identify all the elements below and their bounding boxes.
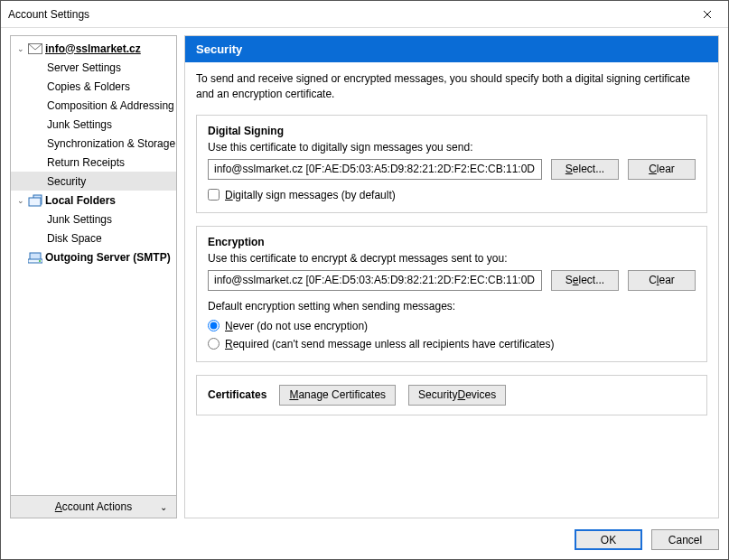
folder-icon — [28, 193, 42, 208]
tree-item-copies-folders[interactable]: Copies & Folders — [11, 77, 176, 96]
titlebar: Account Settings — [1, 1, 728, 28]
group-title: Digital Signing — [208, 125, 696, 137]
encryption-default-label: Default encryption setting when sending … — [208, 300, 696, 313]
tree-item-local-folders[interactable]: ⌄ Local Folders — [11, 191, 176, 210]
certificates-title: Certificates — [208, 388, 266, 401]
expand-icon[interactable]: ⌄ — [16, 196, 25, 205]
dialog-footer: OK Cancel — [10, 526, 719, 550]
tree-item-account[interactable]: ⌄ info@sslmarket.cz — [11, 39, 176, 58]
panel-body: To send and receive signed or encrypted … — [185, 62, 718, 426]
encryption-clear-button[interactable]: Clear — [628, 270, 696, 291]
digitally-sign-checkbox-row[interactable]: Digitally sign messages (by default) — [208, 189, 696, 201]
account-settings-window: Account Settings ⌄ info@sslmarket.cz Ser… — [0, 0, 729, 560]
security-devices-button[interactable]: Security Devices — [408, 385, 506, 406]
intro-text: To send and receive signed or encrypted … — [196, 71, 707, 102]
encryption-cert-input[interactable] — [208, 270, 542, 291]
manage-certificates-button[interactable]: Manage Certificates — [279, 385, 396, 406]
encryption-select-button[interactable]: Select... — [551, 270, 619, 291]
tree-item-sync-storage[interactable]: Synchronization & Storage — [11, 134, 176, 153]
content-panel: Security To send and receive signed or e… — [184, 35, 719, 518]
group-title: Encryption — [208, 236, 696, 248]
certificates-group: Certificates Manage Certificates Securit… — [196, 375, 707, 415]
digitally-sign-checkbox[interactable] — [208, 189, 220, 201]
tree-item-junk[interactable]: Junk Settings — [11, 115, 176, 134]
digital-signing-group: Digital Signing Use this certificate to … — [196, 115, 707, 213]
window-title: Account Settings — [8, 8, 687, 21]
tree-item-smtp[interactable]: Outgoing Server (SMTP) — [11, 247, 176, 266]
dialog-body: ⌄ info@sslmarket.cz Server Settings Copi… — [1, 28, 728, 559]
tree-item-server-settings[interactable]: Server Settings — [11, 58, 176, 77]
close-button[interactable] — [687, 1, 728, 28]
checkbox-label: Digitally sign messages (by default) — [225, 189, 396, 201]
encryption-never-radio[interactable] — [208, 320, 220, 331]
account-tree[interactable]: ⌄ info@sslmarket.cz Server Settings Copi… — [10, 35, 177, 495]
tree-label: info@sslmarket.cz — [45, 42, 141, 55]
expand-icon[interactable]: ⌄ — [16, 44, 25, 53]
account-actions-label: Account Actions — [55, 500, 132, 513]
tree-item-security[interactable]: Security — [11, 172, 176, 191]
encryption-required-row[interactable]: Required (can't send message unless all … — [208, 338, 696, 350]
signing-cert-input[interactable] — [208, 159, 542, 180]
radio-label: Never (do not use encryption) — [225, 320, 368, 332]
tree-label: Outgoing Server (SMTP) — [45, 251, 171, 264]
cancel-button[interactable]: Cancel — [651, 529, 719, 550]
radio-label: Required (can't send message unless all … — [225, 338, 554, 350]
encryption-required-radio[interactable] — [208, 338, 220, 350]
server-icon — [28, 250, 42, 265]
account-actions-button[interactable]: Account Actions ⌄ — [10, 495, 177, 518]
tree-item-local-junk[interactable]: Junk Settings — [11, 210, 176, 229]
chevron-down-icon: ⌄ — [160, 502, 167, 512]
main-row: ⌄ info@sslmarket.cz Server Settings Copi… — [10, 35, 719, 518]
tree-item-return-receipts[interactable]: Return Receipts — [11, 153, 176, 172]
group-subtitle: Use this certificate to encrypt & decryp… — [208, 252, 696, 265]
close-icon — [703, 10, 712, 19]
ok-button[interactable]: OK — [575, 529, 642, 550]
tree-item-disk-space[interactable]: Disk Space — [11, 229, 176, 247]
signing-clear-button[interactable]: Clear — [628, 159, 696, 180]
encryption-never-row[interactable]: Never (do not use encryption) — [208, 320, 696, 332]
mail-icon — [28, 42, 42, 56]
panel-header: Security — [185, 36, 718, 62]
svg-rect-2 — [29, 198, 41, 206]
sidebar: ⌄ info@sslmarket.cz Server Settings Copi… — [10, 35, 177, 518]
encryption-group: Encryption Use this certificate to encry… — [196, 226, 707, 362]
tree-label: Local Folders — [45, 194, 116, 207]
signing-select-button[interactable]: Select... — [551, 159, 619, 180]
svg-point-5 — [39, 260, 41, 262]
group-subtitle: Use this certificate to digitally sign m… — [208, 141, 696, 154]
tree-item-composition[interactable]: Composition & Addressing — [11, 96, 176, 115]
